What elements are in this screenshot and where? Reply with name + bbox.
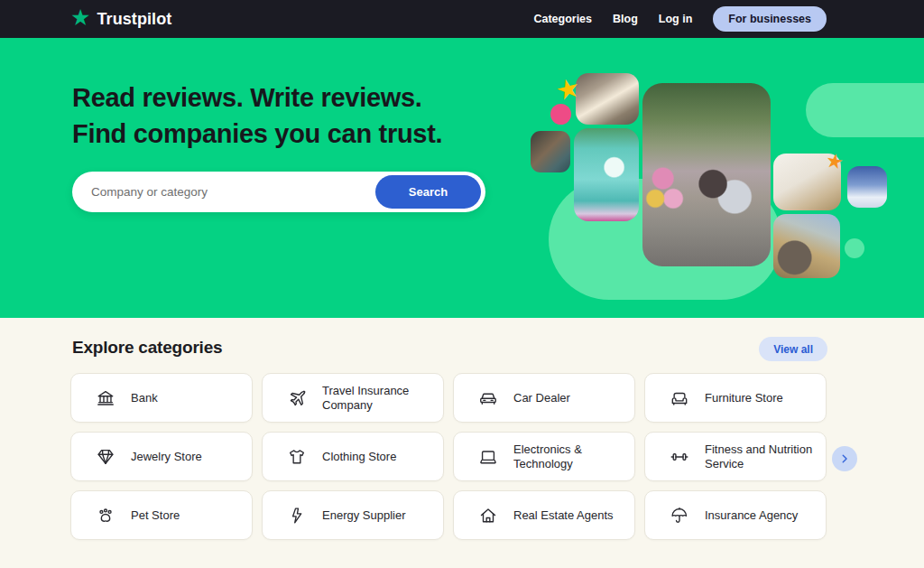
category-label: Travel Insurance Company [322,384,432,413]
search-bar[interactable]: Search [72,172,485,212]
hero-photo-gym [576,73,639,125]
diamond-icon [96,447,116,467]
category-label: Bank [131,391,158,405]
view-all-button[interactable]: View all [759,337,827,361]
hero-photo-mountains [847,166,887,208]
umbrella-icon [670,506,689,526]
category-card-jewelry-store[interactable]: Jewelry Store [70,432,253,481]
hero-heading-line2: Find companies you can trust. [72,119,442,148]
car-icon [478,388,498,408]
navbar-links: Categories Blog Log in For businesses [533,6,827,32]
category-card-fitness-and-nutrition-service[interactable]: Fitness and Nutrition Service [644,432,827,481]
category-label: Energy Supplier [322,508,406,523]
category-label: Jewelry Store [131,450,202,464]
category-label: Car Dealer [513,391,570,405]
hero-photo-flower-market [642,83,771,266]
category-label: Clothing Store [322,450,396,464]
laptop-icon [478,447,498,467]
trustpilot-logo[interactable]: ★ Trustpilot [70,9,171,29]
category-label: Insurance Agency [705,508,798,523]
chevron-right-icon [838,452,851,465]
hero-heading: Read reviews. Write reviews. Find compan… [72,79,442,152]
bank-icon [96,388,116,408]
hero-photo-cactus-selfie [773,214,840,278]
section-title: Explore categories [72,338,222,358]
category-label: Real Estate Agents [513,508,614,523]
trustpilot-star-icon: ★ [70,6,90,29]
nav-link-login[interactable]: Log in [659,13,693,25]
green-dot-decoration [845,238,864,258]
category-card-bank[interactable]: Bank [70,373,253,423]
category-card-real-estate-agents[interactable]: Real Estate Agents [453,490,635,540]
category-card-energy-supplier[interactable]: Energy Supplier [262,490,444,540]
category-label: Furniture Store [705,391,783,405]
sparkle-star-orange-icon: ★ [824,150,845,172]
category-card-furniture-store[interactable]: Furniture Store [644,373,827,423]
dumbbell-icon [670,447,689,467]
next-categories-button[interactable] [832,446,857,471]
category-card-pet-store[interactable]: Pet Store [70,490,253,540]
category-card-insurance-agency[interactable]: Insurance Agency [644,490,827,540]
nav-link-categories[interactable]: Categories [533,13,592,25]
category-card-car-dealer[interactable]: Car Dealer [453,373,635,423]
top-navbar: ★ Trustpilot Categories Blog Log in For … [0,0,924,38]
category-grid: BankTravel Insurance CompanyCar DealerFu… [70,373,827,540]
search-input[interactable] [89,184,373,200]
hero-heading-line1: Read reviews. Write reviews. [72,83,422,112]
hero-blob-pill [806,83,924,137]
pink-dot-decoration [550,104,571,125]
category-card-electronics-technology[interactable]: Electronics & Technology [453,432,635,481]
category-card-travel-insurance-company[interactable]: Travel Insurance Company [262,373,444,423]
house-icon [478,506,498,526]
category-label: Pet Store [131,508,180,523]
logo-text: Trustpilot [97,10,171,29]
hero-section: Read reviews. Write reviews. Find compan… [0,38,924,318]
paw-icon [96,506,116,526]
trustpilot-homepage: ★ Trustpilot Categories Blog Log in For … [0,0,924,568]
explore-categories-section: Explore categories View all BankTravel I… [0,318,924,568]
sofa-icon [670,388,689,408]
hero-photo-friends [531,131,570,172]
category-label: Fitness and Nutrition Service [705,442,815,471]
lightning-icon [287,506,307,526]
search-button[interactable]: Search [375,175,481,209]
category-label: Electronics & Technology [513,442,624,471]
category-card-clothing-store[interactable]: Clothing Store [262,432,444,481]
tshirt-icon [287,447,307,467]
hero-photo-pool [574,128,639,221]
nav-link-blog[interactable]: Blog [613,13,638,25]
airplane-icon [287,388,307,408]
for-businesses-button[interactable]: For businesses [713,6,827,32]
